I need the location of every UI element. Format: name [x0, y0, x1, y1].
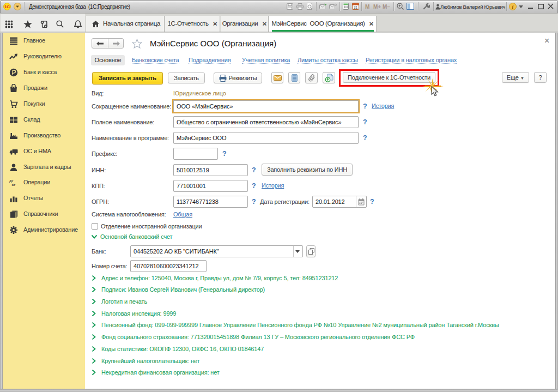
svg-text:Дт: Дт: [9, 179, 13, 183]
svg-text:1С: 1С: [4, 4, 10, 9]
svg-text:i: i: [512, 4, 514, 10]
svg-text:31: 31: [354, 5, 358, 9]
svg-text:Кт: Кт: [11, 183, 15, 186]
